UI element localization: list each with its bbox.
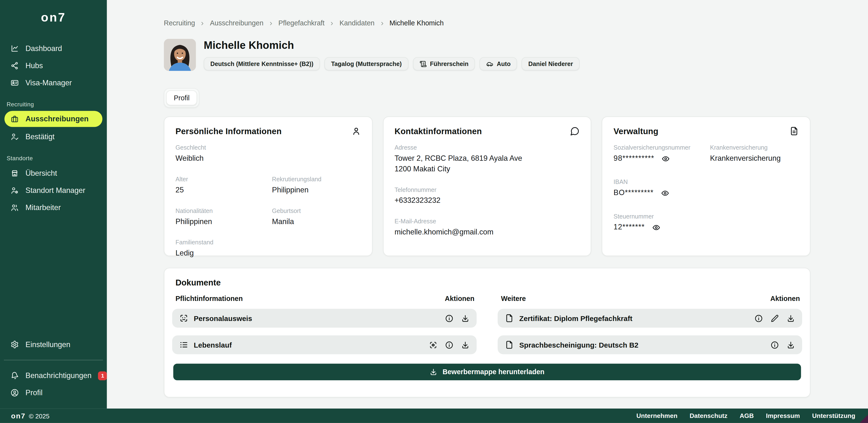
car-icon xyxy=(486,60,493,67)
sidebar-item-visa-manager[interactable]: Visa-Manager xyxy=(0,74,107,91)
sidebar-item-uebersicht[interactable]: Übersicht xyxy=(0,165,107,182)
download-icon xyxy=(430,368,438,376)
info-icon xyxy=(771,341,779,349)
documents-title: Dokumente xyxy=(176,278,802,287)
download-icon xyxy=(461,314,469,322)
document-icon xyxy=(789,126,799,136)
tag-language-tagalog: Tagalog (Muttersprache) xyxy=(324,57,408,70)
app: on7 Dashboard Hubs Visa-Manager Re xyxy=(0,0,868,423)
sidebar-item-label: Einstellungen xyxy=(25,340,70,348)
sidebar-item-label: Bestätigt xyxy=(25,133,54,141)
certificate-icon xyxy=(420,60,427,67)
info-icon xyxy=(445,341,453,349)
document-row-sprachbescheinigung[interactable]: Sprachbescheinigung: Deutsch B2 xyxy=(498,335,802,354)
sidebar-section-standorte: Standorte xyxy=(7,155,107,162)
app-logo: on7 xyxy=(0,11,107,25)
footer-link-unterstuetzung[interactable]: Unterstützung xyxy=(812,412,856,419)
documents-required-column: Pflichtinformationen Aktionen Personalau… xyxy=(172,295,476,362)
sidebar-item-label: Mitarbeiter xyxy=(25,203,61,212)
eye-icon xyxy=(661,155,670,163)
field-alter: Alter 25 xyxy=(176,176,264,196)
sidebar-item-benachrichtigungen[interactable]: Benachrichtigungen 1 xyxy=(0,367,107,384)
document-row-personalausweis[interactable]: Personalausweis xyxy=(172,309,476,328)
candidate-avatar xyxy=(164,39,196,71)
breadcrumb-item[interactable]: Kandidaten xyxy=(339,20,374,27)
card-title: Persönliche Informationen xyxy=(176,126,282,136)
document-info-button[interactable] xyxy=(445,341,453,349)
profile-header: Michelle Khomich Deutsch (Mittlere Kennt… xyxy=(164,39,811,71)
sidebar-item-label: Hubs xyxy=(25,62,43,70)
sidebar-item-label: Ausschreibungen xyxy=(25,115,89,123)
file-icon xyxy=(505,314,514,323)
field-sozialversicherungsnummer: Sozialversicherungsnummer 98********** xyxy=(614,144,703,164)
document-info-button[interactable] xyxy=(445,314,453,322)
scan-gear-icon xyxy=(429,341,437,349)
document-scan-settings-button[interactable] xyxy=(429,341,437,349)
sidebar-item-label: Übersicht xyxy=(25,169,57,177)
tab-bar: Profil xyxy=(164,88,199,108)
chevron-right-icon xyxy=(379,21,384,26)
profile-header-text: Michelle Khomich Deutsch (Mittlere Kennt… xyxy=(204,39,580,71)
user-circle-icon xyxy=(11,389,19,397)
sidebar-item-label: Profil xyxy=(25,389,42,397)
face-scan-icon xyxy=(179,314,188,323)
pencil-icon xyxy=(771,314,779,322)
document-info-button[interactable] xyxy=(771,341,779,349)
breadcrumb-item[interactable]: Recruiting xyxy=(164,20,195,27)
sidebar-item-standort-manager[interactable]: Standort Manager xyxy=(0,182,107,199)
sidebar-item-mitarbeiter[interactable]: Mitarbeiter xyxy=(0,199,107,216)
page-title: Michelle Khomich xyxy=(204,39,580,52)
document-download-button[interactable] xyxy=(461,314,469,322)
chevron-right-icon xyxy=(200,21,205,26)
info-cards: Persönliche Informationen Geschlecht Wei… xyxy=(164,116,811,256)
field-nationalitaeten: Nationalitäten Philippinen xyxy=(176,207,264,227)
footer-link-datenschutz[interactable]: Datenschutz xyxy=(690,412,727,419)
tag-language-german: Deutsch (Mittlere Kenntnisse+ (B2)) xyxy=(204,57,320,70)
info-icon xyxy=(445,314,453,322)
document-info-button[interactable] xyxy=(754,314,763,322)
documents-column-header: Weitere xyxy=(501,295,526,303)
field-steuernummer: Steuernummer 12******* xyxy=(614,213,799,232)
field-email: E-Mail-Adresse michelle.khomich@gmail.co… xyxy=(395,218,580,237)
sidebar: on7 Dashboard Hubs Visa-Manager Re xyxy=(0,0,107,408)
sidebar-item-einstellungen[interactable]: Einstellungen xyxy=(0,336,107,353)
field-geburtsort: Geburtsort Manila xyxy=(272,207,361,227)
sidebar-item-dashboard[interactable]: Dashboard xyxy=(0,40,107,57)
document-download-button[interactable] xyxy=(787,341,795,349)
sidebar-item-bestaetigt[interactable]: Bestätigt xyxy=(0,128,107,145)
document-download-button[interactable] xyxy=(461,341,469,349)
breadcrumb: Recruiting Ausschreibungen Pflegefachkra… xyxy=(164,20,811,27)
tab-profil[interactable]: Profil xyxy=(166,90,197,105)
breadcrumb-item[interactable]: Pflegefachkraft xyxy=(278,20,324,27)
document-edit-button[interactable] xyxy=(771,314,779,322)
documents-column-header: Pflichtinformationen xyxy=(176,295,243,303)
footer: on7 © 2025 Unternehmen Datenschutz AGB I… xyxy=(0,408,868,423)
reveal-tax-number-button[interactable] xyxy=(652,223,660,231)
info-icon xyxy=(754,314,763,322)
card-title: Verwaltung xyxy=(614,126,658,136)
main-content: Recruiting Ausschreibungen Pflegefachkra… xyxy=(107,0,868,408)
card-administration: Verwaltung Sozialversicherungsnummer 98*… xyxy=(602,116,811,256)
reveal-ssn-button[interactable] xyxy=(661,155,670,163)
document-download-button[interactable] xyxy=(787,314,795,322)
user-icon xyxy=(351,126,361,136)
sidebar-nav: Dashboard Hubs Visa-Manager Recruiting A xyxy=(0,40,107,216)
user-check-icon xyxy=(11,133,19,141)
download-icon xyxy=(787,341,795,349)
download-applicant-file-button[interactable]: Bewerbermappe herunterladen xyxy=(173,364,801,380)
sidebar-item-profil[interactable]: Profil xyxy=(0,384,107,401)
eye-icon xyxy=(661,189,669,197)
footer-link-agb[interactable]: AGB xyxy=(740,412,754,419)
reveal-iban-button[interactable] xyxy=(661,189,669,197)
sidebar-item-hubs[interactable]: Hubs xyxy=(0,57,107,74)
breadcrumb-item[interactable]: Ausschreibungen xyxy=(210,20,264,27)
document-row-lebenslauf[interactable]: Lebenslauf xyxy=(172,335,476,354)
footer-logo: on7 xyxy=(11,412,26,420)
card-title: Kontaktinformationen xyxy=(395,126,482,136)
footer-link-unternehmen[interactable]: Unternehmen xyxy=(637,412,678,419)
footer-link-impressum[interactable]: Impressum xyxy=(766,412,800,419)
sidebar-item-ausschreibungen[interactable]: Ausschreibungen xyxy=(4,111,102,127)
chevron-right-icon xyxy=(269,21,274,26)
document-row-zertifikat[interactable]: Zertifikat: Diplom Pflegefachkraft xyxy=(498,309,802,328)
field-familienstand: Familienstand Ledig xyxy=(176,239,361,259)
